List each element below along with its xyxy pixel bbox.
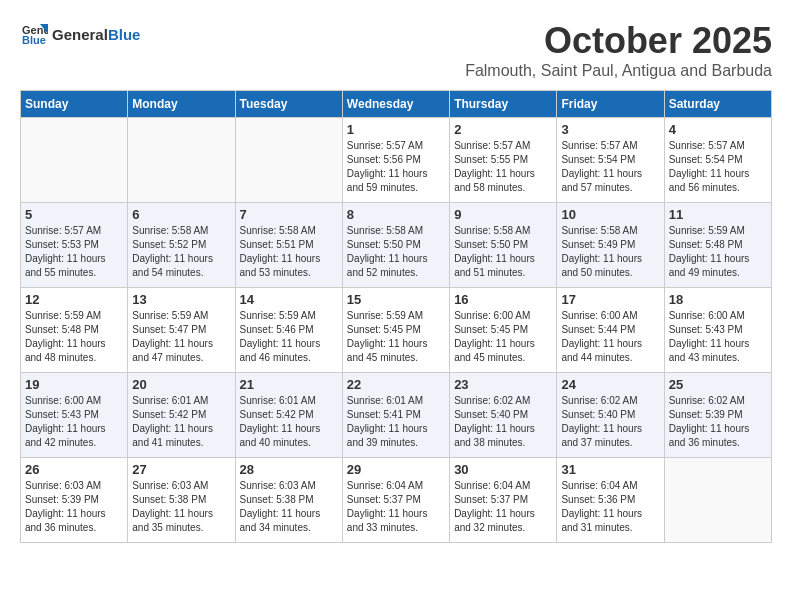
day-number: 28 [240, 462, 338, 477]
day-info: Sunrise: 5:58 AMSunset: 5:49 PMDaylight:… [561, 224, 659, 280]
day-number: 26 [25, 462, 123, 477]
calendar-cell: 27Sunrise: 6:03 AMSunset: 5:38 PMDayligh… [128, 458, 235, 543]
calendar-cell: 26Sunrise: 6:03 AMSunset: 5:39 PMDayligh… [21, 458, 128, 543]
calendar-cell [235, 118, 342, 203]
day-info: Sunrise: 5:57 AMSunset: 5:53 PMDaylight:… [25, 224, 123, 280]
day-number: 1 [347, 122, 445, 137]
calendar-cell: 10Sunrise: 5:58 AMSunset: 5:49 PMDayligh… [557, 203, 664, 288]
calendar-week-row: 26Sunrise: 6:03 AMSunset: 5:39 PMDayligh… [21, 458, 772, 543]
day-info: Sunrise: 6:00 AMSunset: 5:43 PMDaylight:… [669, 309, 767, 365]
day-number: 2 [454, 122, 552, 137]
day-number: 3 [561, 122, 659, 137]
day-number: 10 [561, 207, 659, 222]
day-number: 11 [669, 207, 767, 222]
day-number: 27 [132, 462, 230, 477]
calendar-cell: 1Sunrise: 5:57 AMSunset: 5:56 PMDaylight… [342, 118, 449, 203]
day-info: Sunrise: 5:58 AMSunset: 5:52 PMDaylight:… [132, 224, 230, 280]
day-info: Sunrise: 5:59 AMSunset: 5:47 PMDaylight:… [132, 309, 230, 365]
day-number: 21 [240, 377, 338, 392]
day-info: Sunrise: 5:58 AMSunset: 5:50 PMDaylight:… [454, 224, 552, 280]
calendar-cell: 21Sunrise: 6:01 AMSunset: 5:42 PMDayligh… [235, 373, 342, 458]
day-number: 24 [561, 377, 659, 392]
calendar-cell: 15Sunrise: 5:59 AMSunset: 5:45 PMDayligh… [342, 288, 449, 373]
day-number: 18 [669, 292, 767, 307]
day-info: Sunrise: 6:03 AMSunset: 5:39 PMDaylight:… [25, 479, 123, 535]
calendar-cell: 4Sunrise: 5:57 AMSunset: 5:54 PMDaylight… [664, 118, 771, 203]
day-info: Sunrise: 6:01 AMSunset: 5:42 PMDaylight:… [132, 394, 230, 450]
col-tuesday: Tuesday [235, 91, 342, 118]
day-info: Sunrise: 6:01 AMSunset: 5:42 PMDaylight:… [240, 394, 338, 450]
calendar-cell: 11Sunrise: 5:59 AMSunset: 5:48 PMDayligh… [664, 203, 771, 288]
logo-blue: Blue [108, 26, 141, 43]
day-number: 8 [347, 207, 445, 222]
calendar-cell: 17Sunrise: 6:00 AMSunset: 5:44 PMDayligh… [557, 288, 664, 373]
month-title: October 2025 [465, 20, 772, 62]
day-number: 12 [25, 292, 123, 307]
day-number: 4 [669, 122, 767, 137]
day-info: Sunrise: 6:03 AMSunset: 5:38 PMDaylight:… [240, 479, 338, 535]
col-monday: Monday [128, 91, 235, 118]
day-info: Sunrise: 5:57 AMSunset: 5:54 PMDaylight:… [669, 139, 767, 195]
day-info: Sunrise: 5:59 AMSunset: 5:45 PMDaylight:… [347, 309, 445, 365]
calendar-week-row: 5Sunrise: 5:57 AMSunset: 5:53 PMDaylight… [21, 203, 772, 288]
day-number: 19 [25, 377, 123, 392]
day-number: 23 [454, 377, 552, 392]
calendar-week-row: 12Sunrise: 5:59 AMSunset: 5:48 PMDayligh… [21, 288, 772, 373]
day-info: Sunrise: 6:00 AMSunset: 5:43 PMDaylight:… [25, 394, 123, 450]
calendar-cell: 22Sunrise: 6:01 AMSunset: 5:41 PMDayligh… [342, 373, 449, 458]
calendar-cell [664, 458, 771, 543]
calendar-cell: 3Sunrise: 5:57 AMSunset: 5:54 PMDaylight… [557, 118, 664, 203]
day-number: 31 [561, 462, 659, 477]
calendar-cell: 24Sunrise: 6:02 AMSunset: 5:40 PMDayligh… [557, 373, 664, 458]
day-info: Sunrise: 5:59 AMSunset: 5:48 PMDaylight:… [669, 224, 767, 280]
day-info: Sunrise: 5:57 AMSunset: 5:56 PMDaylight:… [347, 139, 445, 195]
day-number: 9 [454, 207, 552, 222]
calendar-cell: 19Sunrise: 6:00 AMSunset: 5:43 PMDayligh… [21, 373, 128, 458]
calendar-cell: 31Sunrise: 6:04 AMSunset: 5:36 PMDayligh… [557, 458, 664, 543]
day-info: Sunrise: 5:58 AMSunset: 5:50 PMDaylight:… [347, 224, 445, 280]
day-info: Sunrise: 6:04 AMSunset: 5:36 PMDaylight:… [561, 479, 659, 535]
day-info: Sunrise: 5:59 AMSunset: 5:46 PMDaylight:… [240, 309, 338, 365]
day-info: Sunrise: 5:59 AMSunset: 5:48 PMDaylight:… [25, 309, 123, 365]
calendar-cell: 13Sunrise: 5:59 AMSunset: 5:47 PMDayligh… [128, 288, 235, 373]
calendar-header-row: Sunday Monday Tuesday Wednesday Thursday… [21, 91, 772, 118]
day-number: 20 [132, 377, 230, 392]
calendar-week-row: 1Sunrise: 5:57 AMSunset: 5:56 PMDaylight… [21, 118, 772, 203]
location-title: Falmouth, Saint Paul, Antigua and Barbud… [465, 62, 772, 80]
day-info: Sunrise: 6:02 AMSunset: 5:40 PMDaylight:… [454, 394, 552, 450]
day-info: Sunrise: 6:01 AMSunset: 5:41 PMDaylight:… [347, 394, 445, 450]
logo-text: GeneralBlue [52, 26, 140, 43]
col-friday: Friday [557, 91, 664, 118]
day-number: 22 [347, 377, 445, 392]
col-wednesday: Wednesday [342, 91, 449, 118]
calendar-cell: 29Sunrise: 6:04 AMSunset: 5:37 PMDayligh… [342, 458, 449, 543]
col-sunday: Sunday [21, 91, 128, 118]
calendar-cell: 12Sunrise: 5:59 AMSunset: 5:48 PMDayligh… [21, 288, 128, 373]
calendar-cell: 28Sunrise: 6:03 AMSunset: 5:38 PMDayligh… [235, 458, 342, 543]
day-number: 5 [25, 207, 123, 222]
day-number: 14 [240, 292, 338, 307]
calendar-cell [128, 118, 235, 203]
day-info: Sunrise: 6:04 AMSunset: 5:37 PMDaylight:… [347, 479, 445, 535]
calendar-cell: 18Sunrise: 6:00 AMSunset: 5:43 PMDayligh… [664, 288, 771, 373]
calendar-cell: 14Sunrise: 5:59 AMSunset: 5:46 PMDayligh… [235, 288, 342, 373]
day-info: Sunrise: 6:00 AMSunset: 5:45 PMDaylight:… [454, 309, 552, 365]
day-info: Sunrise: 6:00 AMSunset: 5:44 PMDaylight:… [561, 309, 659, 365]
calendar-cell: 8Sunrise: 5:58 AMSunset: 5:50 PMDaylight… [342, 203, 449, 288]
calendar-cell: 5Sunrise: 5:57 AMSunset: 5:53 PMDaylight… [21, 203, 128, 288]
logo: General Blue GeneralBlue [20, 20, 140, 48]
day-number: 13 [132, 292, 230, 307]
title-area: October 2025 Falmouth, Saint Paul, Antig… [465, 20, 772, 80]
calendar-cell: 2Sunrise: 5:57 AMSunset: 5:55 PMDaylight… [450, 118, 557, 203]
col-thursday: Thursday [450, 91, 557, 118]
calendar-cell: 20Sunrise: 6:01 AMSunset: 5:42 PMDayligh… [128, 373, 235, 458]
page-header: General Blue GeneralBlue October 2025 Fa… [20, 20, 772, 80]
day-number: 30 [454, 462, 552, 477]
calendar-cell: 6Sunrise: 5:58 AMSunset: 5:52 PMDaylight… [128, 203, 235, 288]
day-info: Sunrise: 6:02 AMSunset: 5:39 PMDaylight:… [669, 394, 767, 450]
calendar-cell: 30Sunrise: 6:04 AMSunset: 5:37 PMDayligh… [450, 458, 557, 543]
col-saturday: Saturday [664, 91, 771, 118]
calendar-cell: 16Sunrise: 6:00 AMSunset: 5:45 PMDayligh… [450, 288, 557, 373]
calendar-cell: 7Sunrise: 5:58 AMSunset: 5:51 PMDaylight… [235, 203, 342, 288]
day-number: 6 [132, 207, 230, 222]
